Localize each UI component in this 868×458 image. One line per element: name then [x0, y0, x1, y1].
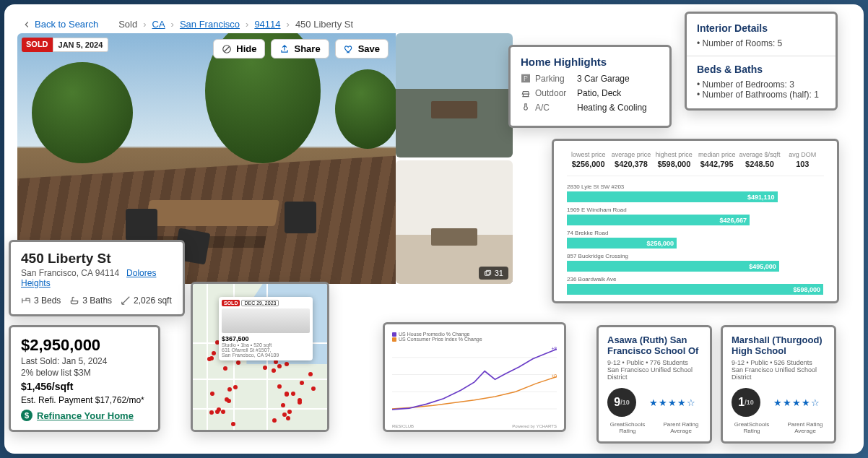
school-card[interactable]: Marshall (Thurgood) High School 9-12 • P… [721, 325, 836, 444]
bar-row: 236 Boardwalk Ave $598,000 [567, 276, 824, 295]
photo-count-badge[interactable]: 31 [479, 267, 508, 280]
ac-icon [521, 103, 531, 113]
address-card: 450 Liberty St San Francisco, CA 94114 D… [9, 240, 185, 316]
bar-row: 2830 Lyle St SW #203 $491,110 [567, 183, 824, 202]
stat-cell: average price$420,378 [609, 151, 652, 168]
school-district: San Francisco Unified School District [732, 366, 825, 381]
hide-button[interactable]: Hide [213, 39, 265, 59]
crumb-current: 450 Liberty St [295, 19, 353, 30]
vs-list-price: 2% below list $3M [21, 368, 148, 378]
interior-details-card: Interior Details Number of Rooms: 5 Beds… [685, 12, 838, 111]
interior-line: Number of Bedrooms: 3 [697, 79, 825, 90]
interior-line: Number of Rooms: 5 [697, 38, 825, 48]
highlight-row: 🅿︎Parking 3 Car Garage [521, 74, 659, 84]
bar-row: 857 Buckridge Crossing $495,000 [567, 253, 824, 272]
save-button[interactable]: Save [335, 39, 389, 59]
parent-rating-stars: ★★★★☆ [649, 397, 696, 408]
bar-row: 1909 E Windham Road $426,667 [567, 207, 824, 225]
gallery-thumb-2[interactable]: 31 [396, 160, 513, 285]
price-stats-card: lowest price$256,000average price$420,37… [552, 139, 839, 303]
stat-cell: highest price$598,000 [653, 151, 695, 168]
price-card: $2,950,000 Last Sold: Jan 5, 2024 2% bel… [9, 325, 160, 432]
stat-cell: median price$442,795 [695, 151, 738, 168]
svg-rect-2 [486, 270, 490, 275]
crumb-state[interactable]: CA [152, 19, 165, 30]
chart-credit-right: Powered by YCHARTS [512, 424, 557, 428]
ruler-icon [121, 295, 131, 306]
svg-rect-1 [485, 271, 489, 275]
greatschools-score: 1/10 [732, 388, 760, 417]
beds-fact: 3 Beds [21, 295, 61, 306]
sqft-fact: 2,026 sqft [121, 295, 172, 306]
price-value: $2,950,000 [21, 336, 148, 355]
last-sold-date: Last Sold: Jan 5, 2024 [21, 356, 148, 366]
line-chart: +8.0% +0.8% [392, 342, 557, 421]
crumb-city[interactable]: San Francisco [180, 19, 240, 30]
parent-rating-stars: ★★★★☆ [773, 397, 820, 408]
interior-title: Interior Details [697, 22, 825, 34]
stat-cell: average $/sqft$248.50 [738, 151, 781, 168]
highlight-row: Outdoor Patio, Deck [521, 88, 659, 98]
back-to-search-link[interactable]: Back to Search [22, 19, 98, 30]
sold-badge: SOLD JAN 5, 2024 [22, 38, 108, 52]
svg-text:+8.0%: +8.0% [551, 347, 557, 352]
school-card[interactable]: Asawa (Ruth) San Francisco School Of 9-1… [596, 325, 712, 444]
share-button[interactable]: Share [271, 39, 329, 59]
share-icon [279, 44, 290, 54]
dollar-icon: $ [21, 410, 32, 421]
greatschools-score: 9/10 [607, 388, 636, 417]
bath-icon [69, 295, 79, 306]
chart-credit-left: RESICLUB [392, 424, 414, 428]
refinance-link[interactable]: $Refinance Your Home [21, 410, 148, 421]
map-popup-price: $367,500 [222, 335, 249, 342]
heart-icon [344, 44, 354, 54]
refi-estimate: Est. Refi. Payment $17,762/mo* [21, 395, 148, 405]
baths-fact: 3 Baths [69, 295, 112, 306]
city-state-zip: San Francisco, CA 94114 [21, 268, 119, 278]
school-name: Marshall (Thurgood) High School [732, 334, 825, 357]
photos-icon [484, 269, 492, 277]
beds-baths-title: Beds & Baths [697, 64, 825, 75]
gallery-thumb-1[interactable] [396, 33, 513, 157]
hide-icon [222, 44, 232, 54]
legend-series-1: US House Promedio % Change [399, 332, 469, 337]
map-popup-photo [222, 308, 310, 333]
map-popup[interactable]: SOLDDEC 29, 2023 $367,500 Studio • 1ba •… [219, 297, 313, 360]
school-meta: 9-12 • Public • 776 Students [607, 359, 701, 366]
trend-chart-card: US House Promedio % Change US Consumer P… [383, 322, 566, 432]
bed-icon [21, 295, 31, 306]
arrow-left-icon [22, 20, 32, 30]
bar-row: 74 Brekke Road $256,000 [567, 230, 824, 249]
outdoor-icon [521, 88, 531, 98]
street-address: 450 Liberty St [21, 251, 173, 267]
interior-line: Number of Bathrooms (half): 1 [697, 90, 825, 100]
highlights-title: Home Highlights [521, 56, 659, 68]
parking-icon: 🅿︎ [521, 74, 531, 84]
map-card[interactable]: SOLDDEC 29, 2023 $367,500 Studio • 1ba •… [191, 282, 329, 432]
stat-cell: lowest price$256,000 [567, 151, 609, 168]
stat-cell: avg DOM103 [781, 151, 824, 168]
svg-text:+0.8%: +0.8% [551, 374, 557, 379]
school-district: San Francisco Unified School District [607, 366, 701, 381]
highlight-row: A/C Heating & Cooling [521, 103, 659, 113]
price-per-sqft: $1,456/sqft [21, 381, 148, 392]
school-meta: 9-12 • Public • 526 Students [732, 359, 825, 366]
crumb-sold: Sold [118, 19, 137, 30]
school-name: Asawa (Ruth) San Francisco School Of [607, 334, 701, 357]
home-highlights-card: Home Highlights 🅿︎Parking 3 Car Garage O… [508, 45, 672, 128]
crumb-zip[interactable]: 94114 [254, 19, 280, 30]
legend-series-2: US Consumer Price Index % Change [399, 337, 482, 342]
